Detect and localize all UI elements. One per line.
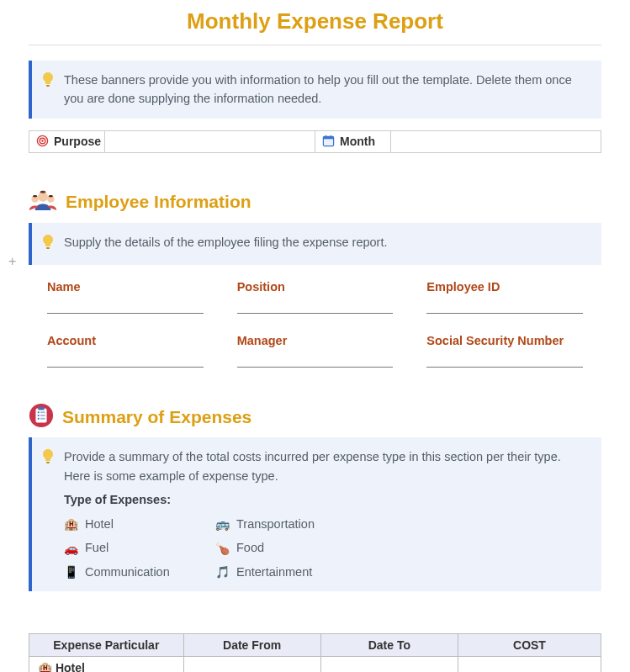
field-employee-id[interactable]: Employee ID [426,280,583,314]
month-label: Month [340,135,375,148]
field-manager[interactable]: Manager [237,334,394,368]
label-account: Account [47,334,204,347]
svg-point-3 [41,140,43,141]
row-date-from[interactable] [183,657,320,672]
clipboard-list-icon [29,403,54,431]
svg-rect-14 [38,407,45,410]
field-name[interactable]: Name [47,280,204,314]
info-banner-employee-text: Supply the details of the employee filin… [64,233,588,251]
type-fuel: Fuel [85,538,109,557]
svg-rect-19 [38,418,40,420]
page-title: Monthly Expense Report [29,8,601,34]
employee-section: Employee Information Supply the details … [29,188,601,368]
communication-icon: 📱 [64,566,78,578]
label-name: Name [47,280,204,294]
label-ssn: Social Security Number [426,334,583,347]
th-date-from: Date From [183,634,320,657]
type-communication: Communication [85,563,170,581]
type-transportation: Transportation [236,515,315,533]
summary-section: Summary of Expenses Provide a summary of… [29,403,601,672]
type-hotel: Hotel [85,515,114,533]
svg-point-8 [38,192,48,202]
transportation-icon: 🚌 [215,518,230,530]
th-cost: COST [458,634,601,657]
target-icon [36,135,49,149]
summary-banner-intro: Provide a summary of the total costs inc… [64,447,588,485]
row-date-to[interactable] [320,657,458,672]
hotel-icon: 🏨 [64,518,78,530]
svg-rect-16 [40,412,45,414]
svg-rect-5 [323,136,333,139]
input-manager[interactable] [237,356,394,368]
th-particular: Expense Particular [29,634,184,657]
row-cost[interactable] [458,657,601,672]
label-manager: Manager [237,334,394,347]
input-name[interactable] [47,302,204,314]
lightbulb-icon [42,72,54,93]
svg-rect-6 [326,135,326,138]
info-banner-top: These banners provide you with informati… [29,61,601,119]
purpose-label: Purpose [54,135,101,148]
add-block-handle[interactable]: + [8,254,16,269]
svg-rect-0 [46,85,50,87]
info-banner-employee: Supply the details of the employee filin… [29,223,601,265]
input-ssn[interactable] [426,356,583,368]
info-banner-summary: Provide a summary of the total costs inc… [29,437,601,591]
table-row[interactable]: 🏨 Hotel [29,657,601,672]
expense-table: Expense Particular Date From Date To COS… [29,633,601,672]
entertainment-icon: 🎵 [215,566,230,578]
month-input[interactable] [391,131,601,152]
lightbulb-icon [42,235,54,255]
food-icon: 🍗 [215,542,230,554]
svg-rect-17 [38,415,40,416]
title-divider [29,45,601,45]
field-account[interactable]: Account [47,334,204,368]
th-date-to: Date To [320,634,458,657]
svg-rect-11 [46,247,50,249]
svg-rect-20 [40,418,45,420]
purpose-input[interactable] [105,131,315,152]
fuel-icon: 🚗 [64,542,78,554]
label-employee-id: Employee ID [426,280,583,294]
label-position: Position [237,280,394,294]
hotel-icon: 🏨 [38,662,52,672]
svg-rect-18 [40,415,45,416]
input-account[interactable] [47,356,204,368]
field-ssn[interactable]: Social Security Number [426,334,583,368]
row-particular: Hotel [56,661,85,672]
summary-heading: Summary of Expenses [62,407,251,427]
svg-rect-21 [46,462,50,463]
purpose-month-row: Purpose Month [29,130,601,153]
type-entertainment: Entertainment [236,563,312,581]
info-banner-text: These banners provide you with informati… [64,71,588,108]
svg-rect-15 [38,412,40,414]
employee-heading: Employee Information [66,192,251,212]
type-food: Food [236,538,264,557]
input-position[interactable] [237,302,394,314]
input-employee-id[interactable] [426,302,583,314]
summary-banner-strong: Type of Expenses: [64,490,588,509]
people-icon [29,188,57,216]
calendar-icon [322,135,335,149]
field-position[interactable]: Position [237,280,394,314]
lightbulb-icon [42,449,54,469]
svg-rect-7 [331,135,331,138]
